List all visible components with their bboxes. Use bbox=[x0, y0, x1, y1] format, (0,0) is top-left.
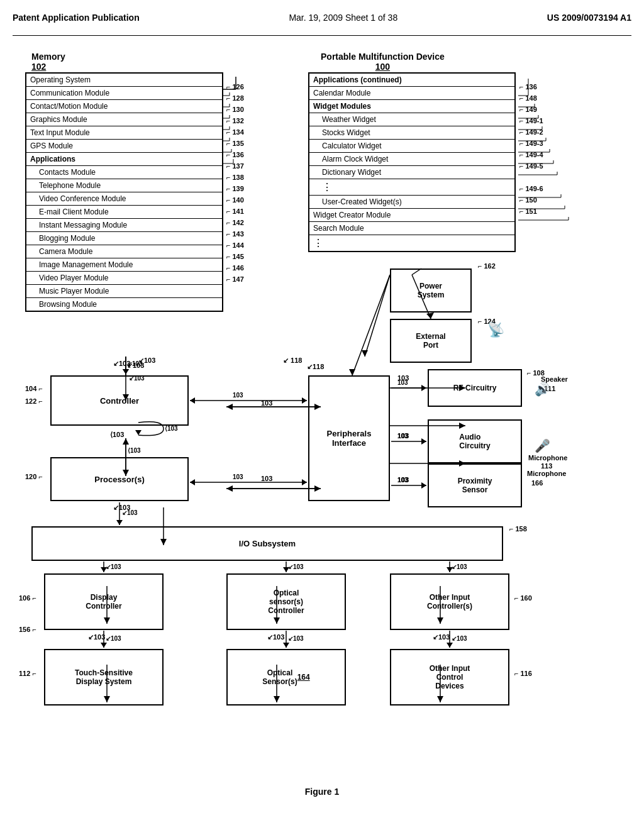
ref-103-audio: 103 bbox=[397, 432, 409, 440]
app-row-widgets: Widget Modules bbox=[309, 100, 514, 113]
rf-circuitry-box: RF Circuitry bbox=[428, 369, 522, 407]
mem-row-browsing: Browsing Module bbox=[26, 298, 222, 311]
ref-103-other-ctrl: ↙103 bbox=[433, 633, 450, 641]
svg-marker-45 bbox=[362, 350, 368, 357]
microphone-label: Microphone bbox=[528, 454, 567, 462]
app-row-dots2: ⋮ bbox=[309, 235, 514, 251]
svg-text:⟨103: ⟨103 bbox=[165, 425, 178, 432]
other-ctrl-ref: ⌐ 160 bbox=[514, 594, 532, 602]
other-input-devices-box: Other InputControlDevices bbox=[390, 649, 509, 706]
app-row-alarm: Alarm Clock Widget bbox=[309, 153, 514, 166]
mem-row-text: Text Input Module bbox=[26, 126, 222, 140]
header-left: Patent Application Publication bbox=[13, 13, 140, 23]
power-system-ref: ⌐ 162 bbox=[478, 262, 496, 270]
svg-marker-91 bbox=[421, 385, 426, 391]
mem-row-camera: Camera Module bbox=[26, 245, 222, 258]
mem-row-im: Instant Messaging Module bbox=[26, 219, 222, 232]
processor-ref: 120 ⌐ bbox=[25, 473, 43, 480]
mem-row-music: Music Player Module bbox=[26, 285, 222, 298]
ref-118: ↙ 118 bbox=[283, 357, 302, 365]
patent-header: Patent Application Publication Mar. 19, … bbox=[13, 6, 631, 36]
svg-marker-55 bbox=[226, 404, 233, 410]
svg-marker-97 bbox=[421, 482, 426, 489]
memory-box: Operating System Communication Module Co… bbox=[25, 72, 223, 312]
mem-row-comm: Communication Module bbox=[26, 87, 222, 100]
antenna-icon: 📡 bbox=[487, 322, 504, 338]
peripherals-box: PeripheralsInterface bbox=[308, 375, 390, 501]
app-row-stocks: Stocks Widget bbox=[309, 126, 514, 140]
microphone-ref: 113 bbox=[541, 462, 552, 470]
ref-103-ctrl: ⟨103 bbox=[110, 431, 124, 439]
mem-row-email: E-mail Client Module bbox=[26, 206, 222, 219]
svg-marker-103 bbox=[101, 567, 107, 572]
apps-box: Applications (continued) Calendar Module… bbox=[308, 72, 516, 252]
optical-ctrl-box: Opticalsensor(s)Controller bbox=[226, 573, 346, 630]
mem-row-contact: Contact/Motion Module bbox=[26, 100, 222, 113]
svg-text:↙103: ↙103 bbox=[452, 563, 467, 570]
ref-103-opt-ctrl: ↙103 bbox=[267, 633, 284, 641]
svg-text:↙103: ↙103 bbox=[288, 563, 304, 570]
external-port-box: ExternalPort bbox=[390, 319, 472, 363]
mem-row-contacts: Contacts Module bbox=[26, 166, 222, 179]
other-ctrl-box: Other InputController(s) bbox=[390, 573, 509, 630]
svg-text:↙103: ↙103 bbox=[106, 563, 121, 570]
optical-sensor-box: OpticalSensor(s)164 bbox=[226, 649, 346, 706]
mem-row-videoconf: Video Conference Module bbox=[26, 192, 222, 206]
svg-marker-94 bbox=[421, 438, 426, 445]
microphone-icon: 🎤 bbox=[535, 438, 550, 453]
svg-marker-88 bbox=[190, 479, 195, 485]
app-row-weather: Weather Widget bbox=[309, 113, 514, 126]
svg-marker-59 bbox=[226, 485, 233, 492]
ref-103-periph2: 103 bbox=[261, 475, 272, 482]
io-ref: ⌐ 158 bbox=[509, 525, 527, 533]
mem-row-graphics: Graphics Module bbox=[26, 113, 222, 126]
mem-row-video: Video Player Module bbox=[26, 272, 222, 285]
app-row-continued: Applications (continued) bbox=[309, 74, 514, 87]
mem-row-os: Operating System bbox=[26, 74, 222, 87]
svg-marker-123 bbox=[349, 369, 355, 375]
audio-circuitry-box: AudioCircuitry bbox=[428, 419, 522, 463]
touch-display-box: Touch-SensitiveDisplay System bbox=[44, 649, 164, 706]
display-ctrl-ref-106: 106 ⌐ bbox=[19, 594, 36, 602]
ref-103-prox: 103 bbox=[397, 476, 409, 484]
ref-numbers-memory: ⌐ 126 ⌐ 128 ⌐ 130 ⌐ 132 ⌐ 134 ⌐ 135 ⌐ 13… bbox=[226, 81, 244, 285]
controller-ref-104: 104 ⌐ bbox=[25, 385, 43, 392]
controller-ref-122: 122 ⌐ bbox=[25, 397, 43, 405]
display-ctrl-ref-156: 156 ⌐ bbox=[19, 626, 36, 633]
device-title: Portable Multifunction Device 100 bbox=[321, 52, 445, 72]
ref-103-top: ↙103 bbox=[113, 360, 130, 368]
svg-marker-106 bbox=[283, 567, 289, 572]
svg-marker-84 bbox=[190, 397, 195, 404]
svg-marker-80 bbox=[426, 313, 434, 319]
other-input-ref: ⌐ 116 bbox=[514, 670, 532, 677]
mem-row-gps: GPS Module bbox=[26, 140, 222, 153]
proximity-sensor-box: ProximitySensor bbox=[428, 463, 522, 507]
app-row-calendar: Calendar Module bbox=[309, 87, 514, 100]
touch-display-ref: 112 ⌐ bbox=[19, 670, 36, 677]
mem-row-blogging: Blogging Module bbox=[26, 232, 222, 245]
app-row-dots1: ⋮ bbox=[309, 179, 514, 196]
svg-line-122 bbox=[352, 275, 390, 375]
svg-text:↙103: ↙103 bbox=[288, 635, 304, 642]
svg-text:↙103: ↙103 bbox=[106, 635, 121, 642]
svg-marker-112 bbox=[101, 643, 107, 648]
mem-row-image: Image Management Module bbox=[26, 258, 222, 272]
svg-marker-121 bbox=[123, 369, 129, 374]
memory-title: Memory 102 bbox=[31, 52, 65, 72]
mem-row-telephone: Telephone Module bbox=[26, 179, 222, 192]
svg-marker-118 bbox=[447, 643, 453, 648]
svg-marker-83 bbox=[302, 397, 307, 404]
app-row-widgetcreator: Widget Creator Module bbox=[309, 209, 514, 222]
header-center: Mar. 19, 2009 Sheet 1 of 38 bbox=[289, 13, 397, 23]
page: Patent Application Publication Mar. 19, … bbox=[0, 0, 644, 830]
app-row-usercreated: User-Created Widget(s) bbox=[309, 196, 514, 209]
svg-text:103: 103 bbox=[233, 473, 243, 480]
svg-marker-87 bbox=[302, 479, 307, 485]
ref-103-rf: 103 bbox=[397, 374, 409, 382]
svg-text:⟨103: ⟨103 bbox=[128, 447, 141, 454]
ref-103-proc-down: ↙103 bbox=[113, 504, 130, 512]
display-controller-box: DisplayController bbox=[44, 573, 164, 630]
figure-label: Figure 1 bbox=[305, 787, 339, 797]
svg-marker-43 bbox=[123, 438, 129, 445]
io-subsystem-box: I/O Subsystem bbox=[31, 526, 503, 561]
